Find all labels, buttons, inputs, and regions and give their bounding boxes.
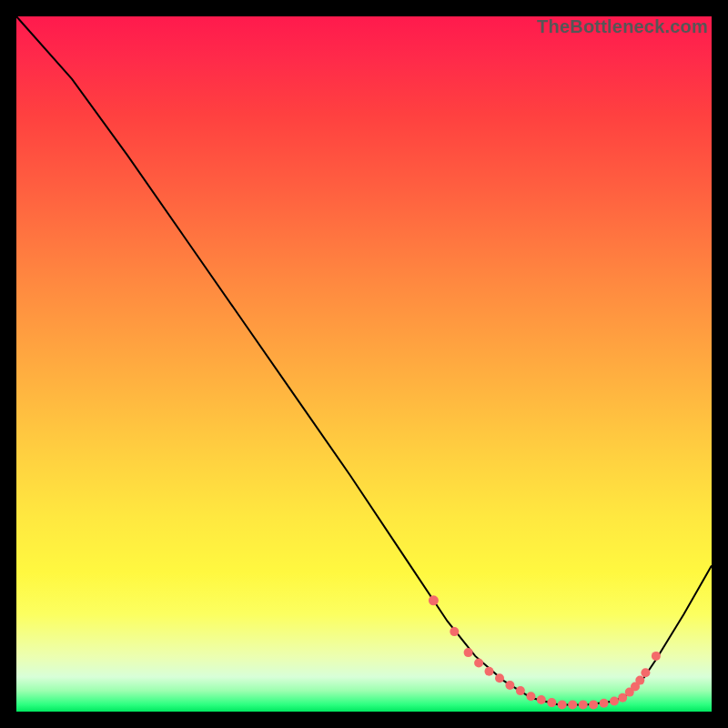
highlight-dot [485,667,494,676]
highlight-dot [579,700,588,709]
highlight-dot [505,681,514,690]
highlight-dot [450,627,459,636]
highlight-dot [652,652,661,661]
chart-plot-area: TheBottleneck.com [16,16,712,712]
chart-stage: TheBottleneck.com [0,0,728,728]
highlight-dot [641,668,650,677]
highlight-dot [600,699,609,708]
highlight-dot [558,700,567,709]
highlight-dot [610,697,619,706]
highlight-dot [537,695,546,704]
highlight-dot [429,595,439,605]
highlight-dot [547,698,556,707]
highlight-dot [516,686,525,695]
highlight-dot [568,700,577,709]
highlight-dot [589,700,598,709]
highlight-dot [526,692,535,701]
highlight-dot [635,676,644,685]
chart-overlay-svg [16,16,712,712]
bottleneck-curve [16,16,712,704]
highlight-dot [474,659,483,668]
highlight-dot [464,648,473,657]
highlight-dots-group [429,595,661,709]
highlight-dot [495,673,504,682]
